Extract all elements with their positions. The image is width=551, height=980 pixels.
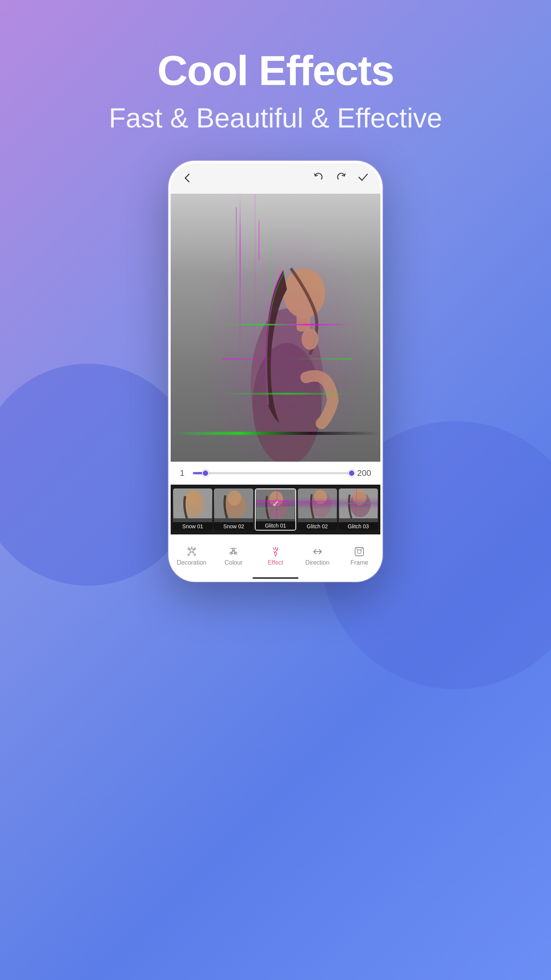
nav-decoration-label: Decoration <box>177 559 206 566</box>
nav-direction-label: Direction <box>305 559 329 566</box>
phone-wrapper: 1 200 Snow 01 <box>168 161 383 582</box>
slider-thumb-left[interactable] <box>202 470 209 477</box>
undo-button[interactable] <box>313 171 324 186</box>
svg-point-12 <box>267 494 288 519</box>
bottom-nav: Decoration Colour <box>171 534 380 577</box>
svg-point-28 <box>188 554 189 555</box>
svg-point-23 <box>352 490 366 505</box>
thumb-glitch01-label: Glitch 01 <box>256 521 295 530</box>
svg-line-24 <box>339 503 377 504</box>
slider-max-label: 200 <box>357 468 371 478</box>
thumbnail-snow01[interactable]: Snow 01 <box>173 488 212 531</box>
thumb-snow01-label: Snow 01 <box>173 522 212 531</box>
thumbnail-snow02[interactable]: Snow 02 <box>214 488 253 531</box>
svg-line-20 <box>298 501 336 502</box>
thumb-snow01-img <box>173 488 212 518</box>
thumb-glitch03-label: Glitch 03 <box>339 522 378 531</box>
thumb-glitch02-img <box>298 488 337 518</box>
thumbnail-glitch03[interactable]: Glitch 03 <box>339 488 378 531</box>
home-indicator <box>171 577 380 580</box>
colour-icon <box>227 546 240 558</box>
thumbnail-glitch02[interactable]: Glitch 02 <box>298 488 337 531</box>
slider-track[interactable] <box>193 472 352 474</box>
svg-rect-21 <box>339 488 377 518</box>
thumb-snow02-img <box>214 488 253 518</box>
slider-thumb-right[interactable] <box>348 470 355 477</box>
slider-area: 1 200 <box>171 462 380 485</box>
svg-point-22 <box>350 492 370 517</box>
svg-point-26 <box>188 548 189 549</box>
decoration-icon <box>186 546 198 558</box>
thumbnails-strip: Snow 01 Snow 02 <box>171 485 380 534</box>
confirm-button[interactable] <box>357 171 369 186</box>
svg-point-7 <box>186 490 200 506</box>
nav-effect[interactable]: Effect <box>254 546 297 566</box>
svg-rect-17 <box>298 488 336 518</box>
frame-icon <box>353 546 365 558</box>
redo-button[interactable] <box>335 171 347 186</box>
nav-colour[interactable]: Colour <box>213 546 255 566</box>
svg-line-16 <box>277 489 277 519</box>
back-button[interactable] <box>182 170 193 187</box>
home-bar <box>253 577 298 579</box>
svg-point-29 <box>194 554 196 555</box>
thumb-active-check: ✓ <box>272 499 279 509</box>
thumb-glitch01-img: ✓ <box>256 489 295 519</box>
thumb-glitch03-img <box>339 488 378 518</box>
sub-title: Fast & Beautiful & Effective <box>109 102 442 134</box>
svg-point-19 <box>314 490 327 504</box>
slider-min-label: 1 <box>180 468 187 478</box>
top-bar <box>171 163 380 194</box>
svg-line-15 <box>256 508 295 508</box>
svg-line-25 <box>355 488 356 518</box>
glitch-color-overlay <box>171 194 380 462</box>
nav-frame[interactable]: Frame <box>338 546 380 566</box>
nav-frame-label: Frame <box>350 559 368 566</box>
top-bar-actions <box>313 171 369 186</box>
thumb-snow02-label: Snow 02 <box>214 522 253 531</box>
main-title: Cool Effects <box>109 46 442 95</box>
phone-frame: 1 200 Snow 01 <box>168 161 383 582</box>
svg-point-10 <box>228 490 241 506</box>
effect-icon <box>269 546 282 558</box>
header-section: Cool Effects Fast & Beautiful & Effectiv… <box>109 46 442 134</box>
thumb-glitch02-label: Glitch 02 <box>298 522 337 531</box>
svg-rect-11 <box>256 489 295 519</box>
svg-line-38 <box>273 548 274 550</box>
thumbnail-glitch01[interactable]: ✓ Glitch 01 <box>255 488 296 531</box>
nav-decoration[interactable]: Decoration <box>171 546 213 566</box>
svg-point-27 <box>194 548 196 549</box>
svg-line-14 <box>256 501 295 501</box>
nav-colour-label: Colour <box>225 559 243 566</box>
svg-point-18 <box>311 490 331 517</box>
direction-icon <box>311 546 324 558</box>
svg-point-13 <box>269 491 283 506</box>
nav-effect-label: Effect <box>268 559 284 566</box>
nav-direction[interactable]: Direction <box>297 546 339 566</box>
photo-area <box>171 194 380 462</box>
